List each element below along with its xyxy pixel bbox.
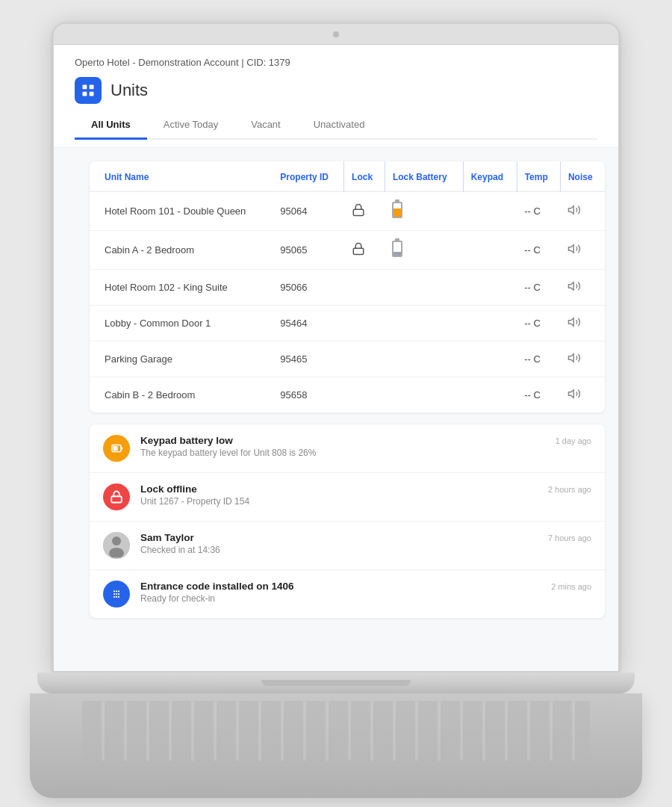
table-row[interactable]: Hotel Room 101 - Double Queen 95064 (90, 192, 605, 231)
col-lock-battery[interactable]: Lock Battery (385, 161, 463, 192)
svg-point-23 (116, 593, 117, 595)
keypad-status (463, 192, 517, 231)
svg-rect-13 (121, 448, 122, 450)
table-row[interactable]: Lobby - Common Door 1 95464 -- C (90, 306, 605, 341)
svg-point-20 (116, 590, 117, 592)
top-bar: Operto Hotel - Demonstration Account | C… (54, 45, 618, 148)
lock-status (344, 270, 385, 306)
notif-time: 7 hours ago (548, 534, 591, 542)
svg-rect-1 (90, 85, 94, 90)
notif-title: Sam Taylor (140, 532, 538, 543)
temp-value: -- C (517, 192, 560, 231)
keypad-status (463, 270, 517, 306)
unit-name: Lobby - Common Door 1 (90, 306, 273, 341)
notif-time: 2 hours ago (548, 485, 591, 494)
notification-entrance-code[interactable]: Entrance code installed on 1406 Ready fo… (90, 570, 605, 618)
property-id: 95464 (273, 306, 343, 341)
svg-marker-5 (569, 206, 574, 214)
svg-rect-3 (90, 92, 94, 96)
property-id: 95066 (273, 270, 343, 306)
notif-title: Keypad battery low (140, 435, 545, 446)
table-row[interactable]: Hotel Room 102 - King Suite 95066 -- C (90, 270, 605, 306)
unit-name: Parking Garage (90, 341, 273, 377)
notif-subtitle: The keypad battery level for Unit 808 is… (140, 448, 545, 458)
temp-value: -- C (517, 231, 560, 270)
svg-point-26 (116, 596, 117, 598)
property-id: 95658 (273, 377, 343, 413)
notif-subtitle: Unit 1267 - Property ID 154 (140, 496, 538, 507)
svg-rect-14 (113, 446, 118, 451)
temp-value: -- C (517, 377, 560, 413)
notif-avatar-person (103, 532, 130, 559)
keypad-status (463, 306, 517, 341)
col-unit-name[interactable]: Unit Name (90, 161, 273, 192)
svg-rect-6 (353, 248, 364, 254)
col-temp[interactable]: Temp (517, 161, 560, 192)
svg-marker-9 (569, 318, 574, 327)
property-id: 95064 (273, 192, 343, 231)
col-keypad[interactable]: Keypad (463, 161, 517, 192)
svg-point-22 (113, 593, 115, 595)
notification-sam-taylor[interactable]: Sam Taylor Checked in at 14:36 7 hours a… (90, 522, 605, 570)
svg-marker-11 (569, 390, 574, 398)
property-id: 95465 (273, 341, 343, 377)
notif-body: Sam Taylor Checked in at 14:36 (140, 532, 538, 555)
svg-rect-0 (83, 85, 87, 90)
page-title: Units (111, 81, 148, 100)
noise-status (560, 270, 605, 306)
camera (333, 31, 339, 37)
temp-value: -- C (517, 341, 560, 377)
svg-point-25 (113, 596, 115, 598)
battery-status (385, 231, 463, 270)
temp-value: -- C (517, 270, 560, 306)
keypad-status (463, 231, 517, 270)
notif-body: Lock offline Unit 1267 - Property ID 154 (140, 483, 538, 507)
battery-status (385, 270, 463, 306)
account-title: Operto Hotel - Demonstration Account | C… (75, 57, 597, 68)
unit-name: Cabin B - 2 Bedroom (90, 377, 273, 413)
unit-name: Hotel Room 101 - Double Queen (90, 192, 273, 231)
tab-active-today[interactable]: Active Today (147, 111, 234, 140)
col-lock[interactable]: Lock (344, 161, 385, 192)
notif-title: Entrance code installed on 1406 (140, 581, 541, 592)
notification-lock-offline[interactable]: Lock offline Unit 1267 - Property ID 154… (90, 473, 605, 522)
battery-status (385, 377, 463, 413)
lock-status (344, 341, 385, 377)
notification-keypad-battery[interactable]: Keypad battery low The keypad battery le… (90, 424, 605, 473)
noise-status (560, 341, 605, 377)
units-table-card: Unit Name Property ID Lock Lock Battery … (90, 161, 605, 412)
battery-status (385, 341, 463, 377)
noise-status (560, 192, 605, 231)
left-panel (54, 148, 90, 671)
svg-marker-8 (569, 282, 574, 291)
notif-time: 2 mins ago (551, 582, 591, 591)
tab-all-units[interactable]: All Units (75, 111, 147, 140)
notif-body: Entrance code installed on 1406 Ready fo… (140, 581, 541, 604)
battery-status (385, 306, 463, 341)
table-row[interactable]: Parking Garage 95465 -- C (90, 341, 605, 377)
svg-point-27 (118, 596, 119, 598)
notif-icon-keypad (103, 581, 130, 607)
main-area: Unit Name Property ID Lock Lock Battery … (54, 148, 618, 671)
notifications-card: Keypad battery low The keypad battery le… (90, 424, 605, 618)
right-panel: Unit Name Property ID Lock Lock Battery … (90, 148, 618, 671)
svg-rect-2 (83, 92, 87, 96)
laptop-base (37, 672, 635, 693)
property-id: 95065 (273, 231, 343, 270)
unit-name: Cabin A - 2 Bedroom (90, 231, 273, 270)
lock-status (344, 306, 385, 341)
col-property-id[interactable]: Property ID (273, 161, 343, 192)
col-noise[interactable]: Noise (560, 161, 605, 192)
units-icon (75, 77, 102, 104)
keypad-status (463, 377, 517, 413)
noise-status (560, 231, 605, 270)
notif-time: 1 day ago (556, 436, 591, 445)
svg-point-21 (118, 590, 119, 592)
unit-name: Hotel Room 102 - King Suite (90, 270, 273, 306)
tab-vacant[interactable]: Vacant (234, 111, 297, 140)
table-row[interactable]: Cabin A - 2 Bedroom 95065 (90, 231, 605, 270)
svg-marker-7 (569, 245, 574, 253)
tab-unactivated[interactable]: Unactivated (297, 111, 382, 140)
svg-point-17 (112, 537, 121, 545)
table-row[interactable]: Cabin B - 2 Bedroom 95658 -- C (90, 377, 605, 413)
